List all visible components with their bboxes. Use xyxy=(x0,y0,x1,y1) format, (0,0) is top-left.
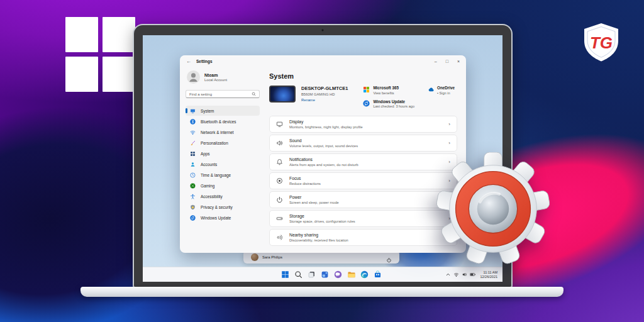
sidebar-nav-item[interactable]: Apps xyxy=(186,148,260,158)
account-name: Nteam xyxy=(204,73,227,77)
volume-icon[interactable] xyxy=(462,272,467,277)
settings-cards: Display Monitors, brightness, night ligh… xyxy=(269,116,457,246)
battery-icon[interactable] xyxy=(470,272,475,277)
sidebar-nav-item[interactable]: Personalization xyxy=(186,138,260,148)
display-icon xyxy=(276,121,283,128)
tray-clock[interactable]: 11:11 AM 12/26/2021 xyxy=(480,270,497,279)
sidebar-nav-item[interactable]: Bluetooth & devices xyxy=(186,116,260,126)
settings-card[interactable]: Sound Volume levels, output, input, soun… xyxy=(269,135,457,152)
search-box[interactable] xyxy=(186,90,260,98)
apps-icon xyxy=(190,151,196,157)
wifi-icon[interactable] xyxy=(453,272,459,277)
device-name: DESKTOP-GLMTCE1 xyxy=(301,86,348,91)
minimize-icon[interactable]: – xyxy=(435,59,437,64)
account-row[interactable]: Nteam Local Account xyxy=(187,70,258,84)
system-icon xyxy=(190,108,196,114)
sidebar-nav-item[interactable]: Accessibility xyxy=(186,191,260,201)
clock-date: 12/26/2021 xyxy=(480,275,497,279)
sound-icon xyxy=(276,140,283,147)
webcam-dot xyxy=(321,29,324,31)
maximize-icon[interactable]: □ xyxy=(446,59,448,64)
windows-logo-watermark xyxy=(65,17,135,92)
onedrive-icon xyxy=(427,86,434,93)
tray-icons-group xyxy=(445,272,475,277)
settings-sidebar: Nteam Local Account xyxy=(180,67,265,253)
user-avatar-icon xyxy=(187,70,200,84)
ms365-icon xyxy=(363,86,370,93)
task-view-icon[interactable] xyxy=(308,270,316,279)
chevron-up-icon[interactable] xyxy=(445,272,451,277)
notifications-icon xyxy=(276,158,283,165)
window-title: Settings xyxy=(196,59,213,64)
nearby-icon xyxy=(276,234,283,241)
sidebar-nav-item[interactable]: Windows Update xyxy=(186,213,260,223)
start-user-avatar[interactable] xyxy=(251,253,258,261)
account-type: Local Account xyxy=(204,78,227,82)
promo-graphic: Sara Philips ← Settings – □ × xyxy=(0,0,644,322)
device-thumbnail xyxy=(269,86,296,103)
time-icon xyxy=(190,172,196,178)
accounts-icon xyxy=(190,162,196,167)
tg-badge-text: TG xyxy=(590,33,613,52)
rename-link[interactable]: Rename xyxy=(301,98,348,102)
sidebar-nav: System Bluetooth & devices Network & int… xyxy=(186,106,260,223)
close-icon[interactable]: × xyxy=(457,59,460,64)
personalization-icon xyxy=(190,140,196,146)
edge-icon[interactable] xyxy=(360,270,369,279)
accessibility-icon xyxy=(190,194,196,199)
sidebar-nav-item[interactable]: Network & internet xyxy=(186,127,260,137)
promo-tile[interactable]: Windows Update Last checked: 3 hours ago xyxy=(363,99,414,109)
start-user-name[interactable]: Sara Philips xyxy=(262,255,282,259)
sidebar-nav-item[interactable]: System xyxy=(186,106,260,116)
promo-tile[interactable]: Microsoft 365 View benefits xyxy=(363,86,414,95)
laptop-base xyxy=(80,287,564,297)
settings-card[interactable]: Focus Reduce distractions › xyxy=(269,172,457,189)
file-explorer-icon[interactable] xyxy=(347,270,355,279)
focus-icon xyxy=(276,177,283,184)
chat-icon[interactable] xyxy=(334,270,342,279)
device-header: DESKTOP-GLMTCE1 B560M GAMING HD Rename M… xyxy=(269,86,457,108)
device-model: B560M GAMING HD xyxy=(301,92,348,96)
search-icon xyxy=(252,92,256,96)
bluetooth-icon xyxy=(190,119,196,125)
network-icon xyxy=(190,130,196,135)
storage-icon xyxy=(276,215,283,222)
tg-brand-badge: TG xyxy=(580,21,623,64)
settings-card[interactable]: Storage Storage space, drives, configura… xyxy=(269,210,457,227)
windows-logo-pane xyxy=(65,57,98,92)
settings-card[interactable]: Power Screen and sleep, power mode › xyxy=(269,191,457,208)
settings-card[interactable]: Notifications Alerts from apps and syste… xyxy=(269,153,457,170)
settings-window: ← Settings – □ × Nteam Local xyxy=(180,55,466,253)
promo-tiles: Microsoft 365 View benefits OneDrive • S… xyxy=(363,86,457,108)
taskbar-tray: 11:11 AM 12/26/2021 xyxy=(445,267,497,282)
settings-titlebar: ← Settings – □ × xyxy=(180,55,466,67)
sidebar-nav-item[interactable]: Privacy & security xyxy=(186,202,260,212)
chevron-right-icon: › xyxy=(448,121,450,127)
search-icon[interactable] xyxy=(294,270,303,279)
power-icon xyxy=(276,196,283,203)
update-icon xyxy=(190,215,196,221)
update-icon xyxy=(363,100,370,107)
store-icon[interactable] xyxy=(374,270,382,279)
windows-logo-pane xyxy=(103,17,135,52)
sidebar-nav-item[interactable]: Time & language xyxy=(186,170,260,180)
privacy-icon xyxy=(190,204,196,210)
settings-gear-graphic xyxy=(436,152,550,265)
power-icon[interactable] xyxy=(386,254,392,260)
start-icon[interactable] xyxy=(281,270,289,279)
sidebar-nav-item[interactable]: Accounts xyxy=(186,159,260,169)
sidebar-nav-item[interactable]: Gaming xyxy=(186,180,260,191)
chevron-right-icon: › xyxy=(448,140,450,146)
taskbar-icons xyxy=(281,267,382,282)
windows-logo-pane xyxy=(65,17,98,52)
settings-card[interactable]: Nearby sharing Discoverability, received… xyxy=(269,229,457,246)
search-input[interactable] xyxy=(189,92,252,96)
promo-tile[interactable]: OneDrive • Sign in xyxy=(427,86,455,95)
back-icon[interactable]: ← xyxy=(186,59,191,64)
windows-logo-pane xyxy=(103,57,135,92)
taskbar: 11:11 AM 12/26/2021 xyxy=(143,267,502,282)
widgets-icon[interactable] xyxy=(321,270,329,279)
settings-card[interactable]: Display Monitors, brightness, night ligh… xyxy=(269,116,457,133)
clock-time: 11:11 AM xyxy=(480,270,497,275)
page-title: System xyxy=(269,72,457,80)
